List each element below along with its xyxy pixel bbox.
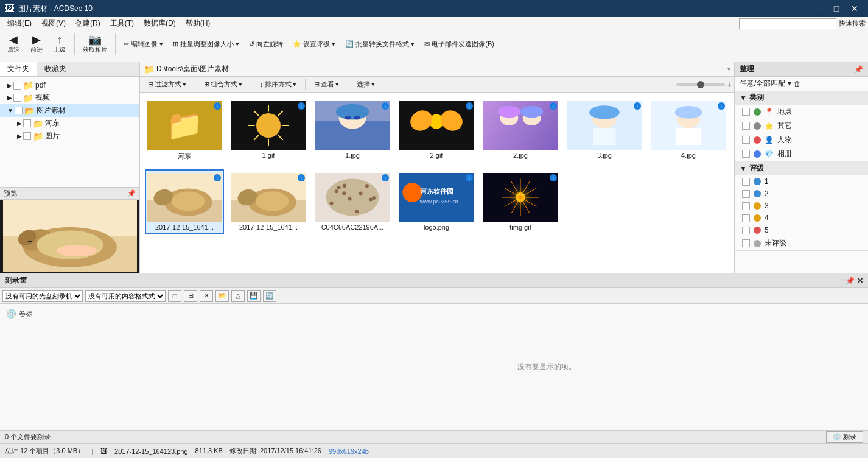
set-rating-button[interactable]: ⭐ 设置评级 ▾ — [289, 37, 340, 51]
thumb-badge: i — [550, 102, 557, 110]
rating-checkbox[interactable] — [742, 239, 750, 247]
rating-checkbox[interactable] — [742, 190, 750, 198]
thumb-item-2gif[interactable]: i 2.gif — [397, 97, 476, 164]
rating-checkbox[interactable] — [742, 227, 750, 234]
disc-btn-6[interactable]: 💾 — [247, 290, 261, 302]
rating-checkbox[interactable] — [742, 202, 750, 210]
email-button[interactable]: ✉ 电子邮件发送图像(B)... — [420, 37, 504, 51]
tree-checkbox[interactable] — [15, 107, 23, 114]
group-button[interactable]: ⊞ 组合方式 ▾ — [198, 78, 248, 91]
tree-checkbox[interactable] — [23, 132, 31, 140]
thumb-badge: i — [466, 102, 473, 110]
main-area: 文件夹 收藏夹 ▶ 📁 pdf ▶ 📁 视频 ▼ — [0, 62, 868, 273]
address-dropdown-icon[interactable]: ▾ — [727, 66, 730, 72]
tree-checkbox[interactable] — [13, 94, 21, 102]
clear-filter-icon[interactable]: 🗑 — [794, 80, 801, 88]
zoom-slider[interactable] — [676, 83, 725, 86]
disc-btn-3[interactable]: ✕ — [200, 290, 213, 302]
tree-item-images[interactable]: ▶ 📁 图片 — [0, 130, 139, 143]
tab-favorites[interactable]: 收藏夹 — [37, 62, 74, 76]
up-button[interactable]: ↑ 上级 — [49, 32, 71, 56]
rating-checkbox[interactable] — [742, 178, 750, 186]
disc-device-select[interactable]: 没有可用的光盘刻录机 — [2, 290, 83, 302]
disc-btn-1[interactable]: □ — [168, 290, 181, 302]
disc-btn-5[interactable]: △ — [231, 290, 245, 302]
minimize-button[interactable]: ─ — [810, 2, 827, 15]
category-header[interactable]: ▼ 类别 — [735, 91, 868, 105]
maximize-button[interactable]: □ — [828, 2, 845, 15]
tab-folders[interactable]: 文件夹 — [0, 62, 37, 76]
thumb-name: timg.gif — [509, 224, 531, 231]
tree-checkbox[interactable] — [23, 119, 31, 127]
menu-help[interactable]: 帮助(H) — [181, 17, 215, 30]
category-item-location[interactable]: 📍 地点 — [735, 105, 868, 119]
thumb-item-2017a[interactable]: i 2017-12-15_1641... — [145, 169, 224, 234]
tree-checkbox[interactable] — [13, 82, 21, 90]
rating-item-1[interactable]: 1 — [735, 175, 868, 188]
tree-item-videos[interactable]: ▶ 📁 视频 — [0, 91, 139, 104]
close-button[interactable]: ✕ — [846, 2, 863, 15]
thumb-item-folder-hedong[interactable]: 📁 i 河东 — [145, 97, 224, 164]
category-item-people[interactable]: 👤 人物 — [735, 133, 868, 147]
thumb-item-2jpg[interactable]: i 2.jpg — [481, 97, 560, 164]
menu-view[interactable]: 视图(V) — [37, 17, 71, 30]
category-checkbox[interactable] — [742, 136, 750, 144]
sort-button[interactable]: ↕ 排序方式 ▾ — [254, 78, 302, 91]
rating-item-5[interactable]: 5 — [735, 224, 868, 236]
burn-button[interactable]: 💿 刻录 — [826, 431, 863, 443]
disc-label-icon: 💿 — [6, 309, 16, 319]
thumb-item-1gif[interactable]: i 1.gif — [229, 97, 308, 164]
filter-button[interactable]: ⊟ 过滤方式 ▾ — [142, 78, 192, 91]
thumb-item-1jpg[interactable]: i 1.jpg — [313, 97, 392, 164]
menu-edit[interactable]: 编辑(E) — [2, 17, 37, 30]
disc-btn-4[interactable]: 📂 — [215, 290, 229, 302]
tree-item-pictures[interactable]: ▼ 📂 图片素材 — [0, 104, 139, 117]
rating-header[interactable]: ▼ 评级 — [735, 161, 868, 175]
get-photos-button[interactable]: 📷 获取相片 — [79, 32, 111, 56]
rating-item-4[interactable]: 4 — [735, 212, 868, 224]
thumb-item-timg[interactable]: i timg.gif — [481, 169, 560, 234]
rating-icon: ⭐ — [293, 40, 301, 48]
disc-close-icon[interactable]: ✕ — [857, 277, 863, 285]
menu-create[interactable]: 创建(R) — [71, 17, 105, 30]
back-button[interactable]: ◀ 后退 — [2, 32, 24, 56]
zoom-out-icon[interactable]: − — [670, 80, 674, 90]
category-checkbox[interactable] — [742, 122, 750, 130]
zoom-thumb[interactable] — [697, 81, 704, 88]
rating-item-2[interactable]: 2 — [735, 188, 868, 200]
menu-tools[interactable]: 工具(T) — [105, 17, 139, 30]
view-button[interactable]: ⊞ 查看 ▾ — [309, 78, 345, 91]
disc-label-item[interactable]: 💿 卷标 — [4, 308, 35, 320]
menu-database[interactable]: 数据库(D) — [139, 17, 181, 30]
rating-checkbox[interactable] — [742, 214, 750, 222]
category-item-album[interactable]: 💎 相册 — [735, 147, 868, 161]
resize-icon: ⊞ — [173, 40, 178, 48]
search-input[interactable] — [739, 18, 836, 29]
zoom-in-icon[interactable]: + — [727, 80, 732, 90]
disc-btn-2[interactable]: ⊞ — [184, 290, 197, 302]
tree-item-pdf[interactable]: ▶ 📁 pdf — [0, 79, 139, 91]
right-panel: 整理 📌 任意/全部匹配 ▾ 🗑 ▼ 类别 📍 地点 ⭐ — [734, 62, 868, 273]
search-button[interactable]: 快速搜索 — [839, 19, 866, 28]
disc-btn-7[interactable]: 🔄 — [263, 290, 276, 302]
thumb-item-4jpg[interactable]: i 4.jpg — [649, 97, 728, 164]
category-checkbox[interactable] — [742, 108, 750, 116]
select-button[interactable]: 选择 ▾ — [351, 78, 380, 91]
batch-convert-button[interactable]: 🔄 批量转换文件格式 ▾ — [341, 37, 419, 51]
disc-format-select[interactable]: 没有可用的内容格式式 — [85, 290, 166, 302]
category-checkbox[interactable] — [742, 150, 750, 158]
thumb-item-logo[interactable]: i logo.png — [397, 169, 476, 234]
thumb-item-2017b[interactable]: i 2017-12-15_1641... — [229, 169, 308, 234]
tree-item-hedong[interactable]: ▶ 📁 河东 — [0, 117, 139, 130]
rotate-left-button[interactable]: ↺ 向左旋转 — [245, 37, 287, 51]
category-item-other[interactable]: ⭐ 其它 — [735, 119, 868, 133]
batch-resize-button[interactable]: ⊞ 批量调整图像大小 ▾ — [169, 37, 243, 51]
forward-button[interactable]: ▶ 前进 — [26, 32, 47, 56]
group-dropdown-icon: ▾ — [239, 80, 242, 88]
thumb-item-3jpg[interactable]: i 3.jpg — [565, 97, 644, 164]
edit-image-button[interactable]: ✏ 编辑图像 ▾ — [119, 37, 167, 51]
rating-item-3[interactable]: 3 — [735, 200, 868, 212]
match-label[interactable]: 任意/全部匹配 ▾ — [740, 79, 791, 89]
thumb-item-c04c[interactable]: i C04C66AC22196A... — [313, 169, 392, 234]
rating-item-unrated[interactable]: 未评级 — [735, 236, 868, 250]
